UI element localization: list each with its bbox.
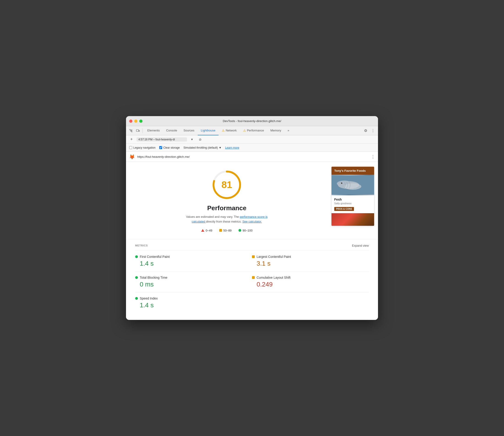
metric-tbt-name-row: Total Blocking Time — [135, 276, 252, 279]
tab-elements[interactable]: Elements — [144, 126, 163, 135]
block-icon[interactable]: ⊘ — [197, 136, 203, 143]
add-tab-icon[interactable]: + — [128, 136, 135, 143]
legend-high: 90–100 — [238, 229, 252, 232]
expand-view-button[interactable]: Expand view — [352, 244, 369, 247]
legend-mid: 50–89 — [219, 229, 232, 232]
metric-tbt: Total Blocking Time 0 ms — [135, 272, 252, 292]
metric-cls-name: Cumulative Layout Shift — [257, 276, 291, 279]
score-value: 81 — [221, 179, 232, 190]
metric-fcp-name-row: First Contentful Paint — [135, 255, 252, 259]
settings-icon[interactable]: ⚙ — [362, 127, 369, 134]
devtools-window: DevTools - foul-heavenly-direction.glitc… — [126, 116, 378, 320]
score-circle: 81 — [211, 169, 243, 201]
metric-fcp: First Contentful Paint 1.4 s — [135, 251, 252, 272]
tab-sources[interactable]: Sources — [180, 126, 198, 135]
metric-cls-name-row: Cumulative Layout Shift — [252, 276, 369, 279]
metrics-grid: First Contentful Paint 1.4 s Largest Con… — [135, 251, 369, 313]
site-url: https://foul-heavenly-direction.glitch.m… — [137, 155, 369, 158]
clear-storage-input[interactable] — [159, 146, 162, 149]
legacy-navigation-input[interactable] — [129, 146, 132, 149]
devtools-toolbar: Elements Console Sources Lighthouse ⚠ Ne… — [126, 126, 378, 135]
metric-si-name: Speed Index — [140, 297, 158, 300]
metrics-header: METRICS Expand view — [135, 239, 369, 251]
close-button[interactable] — [129, 119, 132, 123]
metric-si: Speed Index 1.4 s — [135, 292, 252, 313]
window-title: DevTools - foul-heavenly-direction.glitc… — [223, 119, 281, 123]
main-content: 81 Performance Values are estimated and … — [126, 162, 378, 239]
preview-body: Fesh Salty goodness PROS & CONS — [331, 195, 374, 213]
metric-si-name-row: Speed Index — [135, 297, 252, 300]
metric-lcp-value: 3.1 s — [252, 260, 369, 267]
svg-point-8 — [344, 183, 361, 190]
metric-lcp-name-row: Largest Contentful Paint — [252, 255, 369, 259]
tab-more[interactable]: » — [284, 126, 292, 135]
preview-image-fish — [331, 175, 374, 195]
inspect-element-icon[interactable] — [128, 127, 134, 134]
metric-cls-dot — [252, 276, 255, 279]
left-panel: 81 Performance Values are estimated and … — [126, 162, 328, 239]
tab-memory[interactable]: Memory — [267, 126, 284, 135]
metric-fcp-name: First Contentful Paint — [140, 255, 170, 259]
metric-fcp-value: 1.4 s — [135, 260, 252, 267]
site-menu-dots[interactable]: ⋮ — [371, 154, 375, 159]
tab-console[interactable]: Console — [163, 126, 180, 135]
dropdown-icon[interactable]: ▼ — [189, 136, 195, 143]
legend-mid-icon — [219, 229, 222, 232]
metric-fcp-dot — [135, 255, 138, 258]
minimize-button[interactable] — [134, 119, 137, 123]
preview-food-desc: Salty goodness — [334, 202, 371, 205]
metric-tbt-value: 0 ms — [135, 281, 252, 288]
metric-tbt-dot — [135, 276, 138, 279]
device-toggle-icon[interactable] — [135, 127, 141, 134]
performance-description: Values are estimated and may vary. The p… — [181, 215, 273, 224]
svg-rect-1 — [139, 130, 139, 131]
metric-si-dot — [135, 297, 138, 300]
metric-lcp-dot — [252, 255, 255, 258]
options-row: Legacy navigation Clear storage Simulate… — [126, 144, 378, 152]
more-menu-icon[interactable]: ⋮ — [370, 127, 376, 134]
metrics-label: METRICS — [135, 244, 148, 247]
calculator-link[interactable]: See calculator. — [242, 220, 262, 223]
clear-storage-checkbox[interactable]: Clear storage — [159, 146, 180, 149]
metric-cls: Cumulative Layout Shift 0.249 — [252, 272, 369, 292]
site-favicon: 🦊 — [129, 154, 135, 160]
tab-list: Elements Console Sources Lighthouse ⚠ Ne… — [144, 126, 362, 135]
toolbar-right: ⚙ ⋮ — [362, 127, 376, 134]
metric-lcp-name: Largest Contentful Paint — [257, 255, 291, 259]
site-preview-card: Tony's Favorite Foods — [331, 166, 374, 226]
metric-tbt-name: Total Blocking Time — [140, 276, 167, 279]
preview-image-second — [331, 213, 374, 226]
tab-performance[interactable]: ⚠ Performance — [240, 126, 267, 135]
preview-header: Tony's Favorite Foods — [331, 167, 374, 175]
site-bar: 🦊 https://foul-heavenly-direction.glitch… — [126, 152, 378, 162]
svg-rect-0 — [136, 130, 139, 131]
metric-cls-value: 0.249 — [252, 281, 369, 288]
pros-cons-button[interactable]: PROS & CONS — [334, 207, 354, 211]
legend-high-icon — [238, 229, 241, 232]
url-timestamp[interactable]: 4:57:16 PM – foul-heavenly-di — [137, 137, 187, 142]
traffic-lights — [129, 119, 143, 123]
maximize-button[interactable] — [139, 119, 143, 123]
metric-lcp: Largest Contentful Paint 3.1 s — [252, 251, 369, 272]
preview-food-name: Fesh — [334, 198, 371, 201]
legend-low: 0–49 — [201, 229, 212, 232]
tab-network[interactable]: ⚠ Network — [219, 126, 240, 135]
score-legend: 0–49 50–89 90–100 — [201, 229, 252, 232]
metrics-section: METRICS Expand view First Contentful Pai… — [126, 239, 378, 320]
url-bar-row: + 4:57:16 PM – foul-heavenly-di ▼ ⊘ — [126, 135, 378, 144]
throttling-select[interactable]: Simulated throttling (default) ▼ — [183, 146, 221, 149]
performance-title: Performance — [207, 204, 246, 212]
learn-more-link[interactable]: Learn more — [225, 146, 239, 149]
title-bar: DevTools - foul-heavenly-direction.glitc… — [126, 116, 378, 126]
svg-point-9 — [341, 182, 342, 184]
tab-lighthouse[interactable]: Lighthouse — [198, 126, 219, 135]
legend-low-icon — [201, 229, 204, 232]
legacy-navigation-checkbox[interactable]: Legacy navigation — [129, 146, 156, 149]
right-panel: Tony's Favorite Foods — [328, 162, 378, 239]
metric-si-value: 1.4 s — [135, 302, 252, 309]
svg-point-10 — [342, 183, 342, 183]
